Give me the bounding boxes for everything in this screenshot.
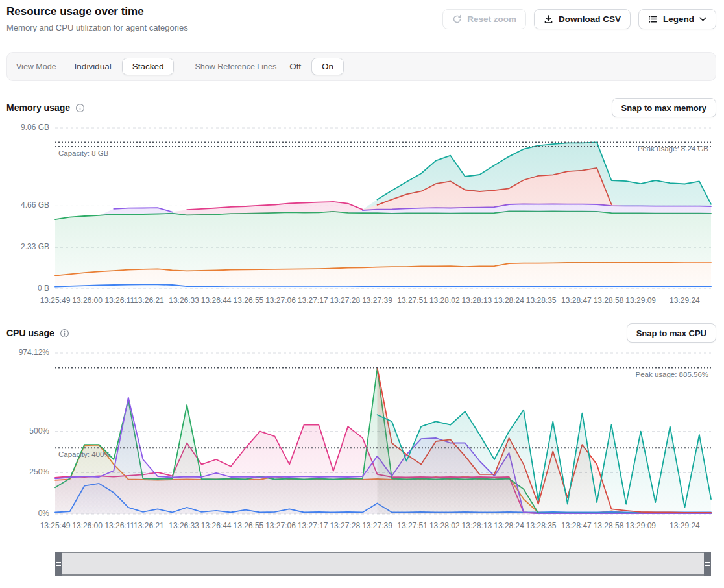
download-icon — [544, 14, 553, 24]
cpu-section-header: CPU usage Snap to max CPU — [6, 323, 716, 343]
memory-x-tick-label: 13:27:28 — [330, 296, 360, 305]
memory-x-tick-label: 13:29:09 — [625, 296, 656, 305]
cpu-x-tick-label: 13:26:55 — [234, 521, 264, 530]
download-csv-button[interactable]: Download CSV — [534, 9, 631, 29]
legend-button[interactable]: Legend — [638, 9, 716, 29]
view-controls-bar: View Mode Individual Stacked Show Refere… — [6, 52, 716, 81]
view-mode-stacked-option[interactable]: Stacked — [122, 58, 175, 75]
cpu-x-tick-label: 13:27:39 — [362, 521, 392, 530]
view-mode-individual-option[interactable]: Individual — [67, 58, 119, 75]
cpu-x-tick-label: 13:26:21 — [134, 521, 164, 530]
cpu-section-title: CPU usage — [6, 328, 54, 338]
cpu-y-tick-label: 0% — [0, 509, 49, 518]
memory-x-tick-label: 13:28:47 — [561, 296, 592, 305]
memory-x-tick-label: 13:29:24 — [670, 296, 700, 305]
snap-to-max-memory-button[interactable]: Snap to max memory — [612, 98, 717, 117]
toolbar: Reset zoom Download CSV Legend — [442, 9, 716, 29]
cpu-x-tick-label: 13:26:11 — [104, 521, 134, 530]
memory-x-tick-label: 13:27:06 — [265, 296, 296, 305]
brush-handle-left[interactable] — [55, 552, 62, 576]
info-icon[interactable] — [60, 328, 69, 338]
info-icon[interactable] — [75, 103, 85, 113]
cpu-reference-label: Capacity: 400% — [58, 450, 111, 458]
cpu-x-tick-label: 13:27:28 — [330, 521, 360, 530]
memory-y-tick-label: 9.06 GB — [0, 123, 49, 132]
memory-y-tick-label: 4.66 GB — [0, 201, 49, 210]
cpu-reference-label: Peak usage: 885.56% — [635, 371, 708, 378]
legend-list-icon — [648, 14, 658, 24]
page-subtitle: Memory and CPU utilization for agent cat… — [6, 23, 188, 32]
cpu-y-tick-label: 500% — [0, 426, 49, 435]
cpu-x-tick-label: 13:28:35 — [526, 521, 557, 530]
reset-zoom-icon — [452, 14, 462, 24]
memory-x-tick-label: 13:28:35 — [526, 296, 557, 305]
cpu-x-tick-label: 13:28:02 — [429, 521, 460, 530]
cpu-x-tick-label: 13:28:58 — [594, 521, 624, 530]
memory-x-tick-label: 13:26:00 — [72, 296, 103, 305]
view-mode-label: View Mode — [16, 62, 56, 71]
reset-zoom-label: Reset zoom — [467, 14, 516, 24]
memory-chart-plot[interactable]: 9.06 GB4.66 GB2.33 GB0 B13:25:4913:26:00… — [0, 123, 724, 312]
memory-x-tick-label: 13:28:24 — [494, 296, 524, 305]
memory-x-tick-label: 13:27:51 — [397, 296, 428, 305]
brush-handle-right[interactable] — [704, 552, 711, 576]
memory-x-tick-label: 13:28:02 — [429, 296, 460, 305]
cpu-x-tick-label: 13:29:24 — [670, 521, 700, 530]
cpu-x-tick-label: 13:27:51 — [397, 521, 428, 530]
cpu-y-tick-label: 974.12% — [0, 348, 49, 357]
memory-chart-canvas[interactable] — [0, 123, 724, 295]
cpu-x-tick-label: 13:28:47 — [561, 521, 592, 530]
cpu-x-tick-label: 13:26:33 — [169, 521, 199, 530]
cpu-x-tick-label: 13:26:00 — [72, 521, 103, 530]
memory-x-tick-label: 13:27:17 — [298, 296, 328, 305]
reset-zoom-button[interactable]: Reset zoom — [442, 9, 526, 29]
memory-x-tick-label: 13:26:55 — [234, 296, 264, 305]
cpu-x-tick-label: 13:29:09 — [625, 521, 656, 530]
memory-x-tick-label: 13:27:39 — [362, 296, 392, 305]
memory-x-tick-label: 13:25:49 — [40, 296, 71, 305]
cpu-x-tick-label: 13:28:24 — [494, 521, 524, 530]
legend-label: Legend — [663, 14, 694, 24]
reference-lines-off-option[interactable]: Off — [282, 58, 309, 75]
memory-x-tick-label: 13:26:44 — [201, 296, 232, 305]
cpu-x-tick-label: 13:27:17 — [298, 521, 328, 530]
reference-lines-on-option[interactable]: On — [311, 58, 344, 75]
show-reference-lines-label: Show Reference Lines — [195, 62, 276, 71]
cpu-x-tick-label: 13:25:49 — [40, 521, 71, 530]
cpu-y-tick-label: 250% — [0, 467, 49, 476]
memory-x-tick-label: 13:28:13 — [462, 296, 492, 305]
cpu-x-tick-label: 13:28:13 — [462, 521, 492, 530]
chevron-down-icon — [699, 17, 706, 21]
memory-y-tick-label: 2.33 GB — [0, 242, 49, 251]
page-header: Resource usage over time Memory and CPU … — [6, 5, 188, 32]
cpu-chart-canvas[interactable] — [0, 349, 724, 521]
cpu-chart-plot[interactable]: 974.12%500%250%0%13:25:4913:26:0013:26:1… — [0, 349, 724, 537]
download-csv-label: Download CSV — [559, 14, 621, 24]
cpu-x-tick-label: 13:26:44 — [201, 521, 232, 530]
memory-x-tick-label: 13:26:33 — [169, 296, 199, 305]
snap-to-max-cpu-button[interactable]: Snap to max CPU — [627, 323, 716, 343]
memory-y-tick-label: 0 B — [0, 284, 49, 293]
memory-section-title: Memory usage — [6, 103, 70, 113]
memory-reference-label: Peak usage: 8.24 GB — [638, 145, 708, 153]
cpu-x-tick-label: 13:27:06 — [265, 521, 296, 530]
memory-x-tick-label: 13:26:11 — [104, 296, 134, 305]
memory-section-header: Memory usage Snap to max memory — [6, 97, 716, 118]
cpu-area-teal — [378, 410, 712, 514]
memory-x-tick-label: 13:26:21 — [134, 296, 164, 305]
memory-reference-label: Capacity: 8 GB — [58, 149, 108, 157]
time-range-brush[interactable] — [55, 552, 711, 576]
memory-x-tick-label: 13:28:58 — [594, 296, 624, 305]
page-title: Resource usage over time — [6, 5, 188, 18]
